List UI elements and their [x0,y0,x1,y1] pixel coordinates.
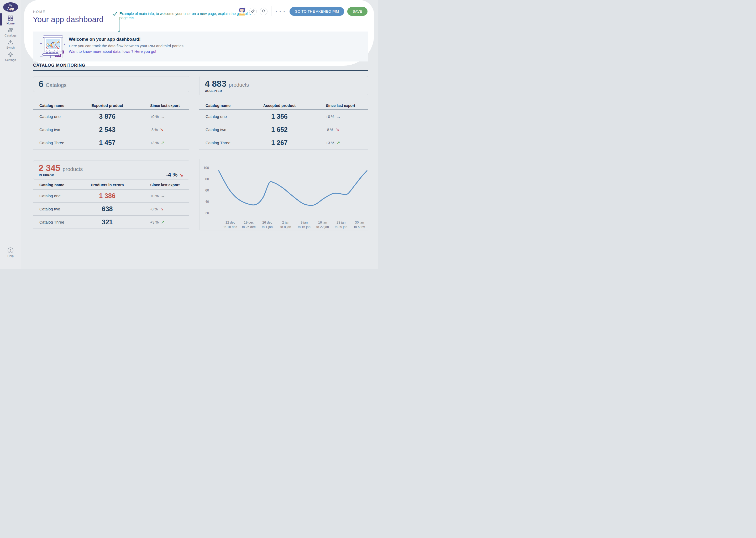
table-row: Catalog one1 356+0 %→ [199,110,368,123]
value-cell: 1 386 [64,192,150,200]
home-grid-icon [8,15,13,21]
sidebar-item-label: Catalogs [4,34,16,37]
value-cell: 1 652 [233,126,326,134]
trend-cell: +0 %→ [326,114,368,119]
gear-icon [8,52,13,58]
trend-value: +3 % [150,220,159,224]
page-title: Your app dashboard [33,15,103,24]
trend-up-icon: ↗ [161,140,165,145]
table-row: Catalog Three1 267+3 %↗ [199,136,368,149]
accepted-products-card: 4 883 products ACCEPTED [199,76,368,95]
logo-line1: My [3,4,18,7]
annotation-note: Example of main info, to welcome your us… [112,12,260,20]
trend-flat-icon: → [161,114,165,119]
error-products-table: Catalog nameProducts in errorsSince last… [33,181,189,229]
catalog-name-cell: Catalog one [199,114,233,119]
column-header: Products in errors [64,183,150,187]
trend-value: +0 % [326,115,334,119]
y-axis-tick: 20 [205,211,209,215]
trend-value: +0 % [150,115,159,119]
catalog-name-cell: Catalog one [33,114,64,119]
section-title: CATALOG MONITORING [33,63,85,68]
sidebar-item-label: Home [7,22,15,25]
synch-upload-icon [8,39,13,45]
trend-cell: +0 %→ [150,193,189,198]
user-avatar[interactable] [238,7,246,16]
x-axis-tick: 19 decto 25 dec [242,221,256,229]
accepted-count-label: products [229,82,249,88]
sidebar-item-label: Settings [5,58,16,62]
table-row: Catalog two1 652-8 %↘ [199,123,368,136]
sidebar-item-synch[interactable]: Synch [0,39,21,49]
trend-down-icon: ↘ [179,172,183,178]
error-count: 2 345 [39,163,60,173]
help-icon: ? [7,247,14,253]
value-cell: 1 457 [64,139,150,146]
app-logo[interactable]: My App [3,2,18,12]
data-flows-link[interactable]: Want to know more about data flows ? Her… [69,49,156,54]
column-header: Since last export [326,103,368,108]
table-row: Catalog two2 543-8 %↘ [33,123,189,136]
trend-value: +3 % [326,141,334,145]
sidebar-item-label: Synch [6,46,15,49]
error-sublabel: IN ERROR [39,174,54,177]
check-icon [112,12,117,16]
trend-up-icon: ↗ [161,219,165,225]
x-axis-tick: 30 janto 5 fev [354,221,365,229]
breadcrumb: HOME [33,10,46,14]
trend-down-icon: ↘ [336,127,339,133]
trend-cell: -8 %↘ [150,127,189,133]
catalogs-count-card: 6 Catalogs [33,76,189,92]
trend-value: -8 % [150,207,158,211]
more-options-button[interactable]: ● ● ● [275,10,286,13]
banner-divider [63,35,63,58]
trend-value: -8 % [150,128,158,132]
logo-line2: App [3,7,18,10]
value-cell: 321 [64,218,150,226]
svg-text:?: ? [10,249,12,252]
trend-cell: -8 %↘ [326,127,368,133]
column-header: Accepted product [233,103,326,108]
value-cell: 1 356 [233,113,326,120]
exported-products-table: Catalog nameExported productSince last e… [33,101,189,149]
sidebar-item-catalogs[interactable]: Catalogs [0,27,21,37]
x-axis-tick: 23 janto 29 jan [335,221,347,229]
trend-down-icon: ↘ [160,206,164,212]
accepted-products-table: Catalog nameAccepted productSince last e… [199,101,368,149]
x-axis-tick: 9 janto 15 jan [298,221,310,229]
table-row: Catalog Three1 457+3 %↗ [33,136,189,149]
sidebar-item-help[interactable]: ? Help [0,247,21,257]
catalog-name-cell: Catalog Three [33,220,64,224]
catalog-name-cell: Catalog two [33,128,64,132]
save-button[interactable]: SAVE [347,7,367,16]
banner-title: Welcome on your app dashboard! [69,37,141,42]
banner-body: Here you can track the data flow between… [69,44,185,48]
error-products-card: 2 345 products IN ERROR -4 % ↘ [33,160,189,180]
trend-value: -8 % [326,128,333,132]
x-axis-tick: 16 janto 22 jan [316,221,329,229]
column-header: Catalog name [33,103,64,108]
header-divider [271,6,271,16]
value-cell: 1 267 [233,139,326,146]
trend-value: +0 % [150,194,159,198]
value-cell: 3 876 [64,113,150,120]
trend-cell: +3 %↗ [150,219,189,225]
table-header-row: Catalog nameAccepted productSince last e… [199,101,368,110]
value-cell: 2 543 [64,126,150,134]
sidebar-item-home[interactable]: Home [0,15,21,25]
trend-flat-icon: → [337,114,341,119]
x-axis-tick: 12 decto 18 dec [224,221,237,229]
notifications-button[interactable] [260,8,267,15]
announcements-button[interactable] [249,8,257,15]
trend-cell: +3 %↗ [326,140,368,145]
bell-icon [261,9,266,13]
error-trend-value: -4 % [166,172,177,178]
trend-up-icon: ↗ [337,140,340,145]
catalogs-book-icon [7,27,14,33]
sidebar-item-settings[interactable]: Settings [0,52,21,62]
welcome-banner: Welcome on your app dashboard! Here you … [33,31,368,62]
table-row: Catalog one3 876+0 %→ [33,110,189,123]
table-row: Catalog one1 386+0 %→ [33,189,189,202]
error-count-label: products [63,166,83,172]
go-to-pim-button[interactable]: GO TO THE AKENEO PIM [290,7,344,16]
